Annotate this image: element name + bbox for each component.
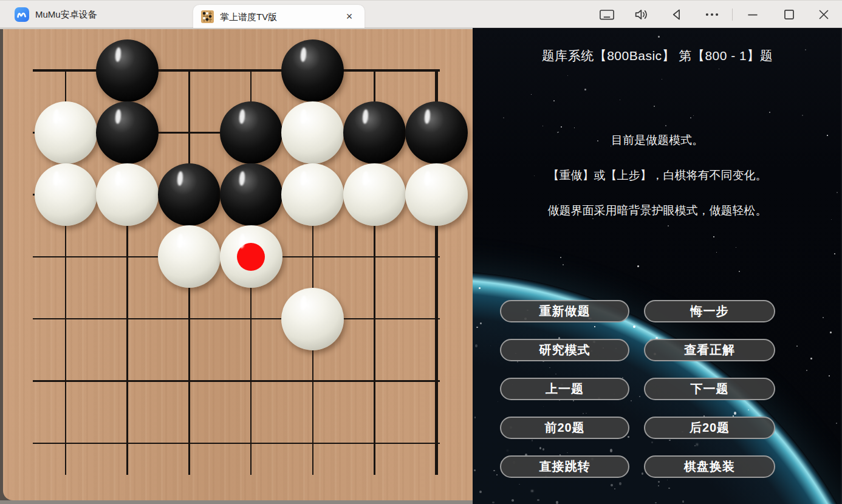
white-stone [35, 101, 97, 164]
white-stone [343, 163, 406, 226]
info-panel: 题库系统【800Basic】 第【800 - 1】题 目前是做题模式。 【重做】… [473, 28, 842, 504]
cloud-speck [614, 488, 615, 489]
cloud-speck [619, 482, 621, 485]
go-board-thumbnail-icon [201, 10, 214, 23]
cloud-speck [492, 502, 495, 503]
hint-message: 【重做】或【上步】，白棋将有不同变化。 [473, 168, 842, 183]
tab-app[interactable]: 掌上谱度TV版 × [193, 5, 365, 29]
cloud-speck [658, 481, 660, 483]
title-bar: MuMu安卓设备 掌上谱度TV版 × [0, 0, 842, 28]
prev-problem-button[interactable]: 上一题 [500, 378, 629, 400]
board-pane [0, 28, 473, 504]
back-20-button[interactable]: 前20题 [500, 417, 629, 439]
white-stone [281, 163, 344, 226]
black-stone [281, 39, 344, 102]
cloud-speck [556, 501, 558, 504]
white-stone [281, 288, 344, 350]
maximize-button[interactable] [780, 5, 798, 24]
keyboard-icon[interactable] [598, 5, 616, 24]
app-title: MuMu安卓设备 [35, 1, 97, 29]
cloud-speck [479, 287, 481, 289]
cloud-speck [531, 490, 533, 492]
cloud-speck [667, 480, 668, 480]
cloud-speck [493, 470, 495, 471]
cloud-speck [519, 484, 520, 485]
board-stones [0, 28, 473, 504]
cloud-speck [537, 499, 539, 501]
white-stone [35, 163, 97, 226]
cloud-speck [475, 344, 477, 347]
white-stone [220, 225, 282, 288]
emulator-window: MuMu安卓设备 掌上谱度TV版 × [0, 0, 842, 504]
white-stone [405, 163, 468, 226]
black-stone [158, 163, 221, 226]
cloud-speck [498, 401, 498, 402]
mode-message: 目前是做题模式。 [473, 132, 842, 148]
board-skin-button[interactable]: 棋盘换装 [644, 455, 775, 478]
black-stone [96, 39, 159, 102]
go-board[interactable] [3, 29, 473, 500]
button-grid: 重新做题 悔一步 研究模式 查看正解 上一题 下一题 前20题 后20题 直接跳… [500, 300, 775, 478]
back-icon[interactable] [668, 5, 686, 24]
research-mode-button[interactable]: 研究模式 [500, 339, 629, 361]
close-button[interactable] [815, 5, 833, 24]
cloud-speck [496, 474, 498, 475]
problem-set-title: 题库系统【800Basic】 第【800 - 1】题 [473, 47, 842, 64]
next-problem-button[interactable]: 下一题 [644, 378, 775, 400]
cloud-speck [474, 469, 476, 471]
cloud-speck [479, 491, 482, 493]
white-stone [158, 225, 221, 288]
cloud-speck [490, 346, 491, 346]
black-stone [220, 163, 282, 226]
volume-icon[interactable] [632, 5, 651, 24]
tab-title: 掌上谱度TV版 [220, 5, 277, 29]
cloud-speck [655, 502, 657, 503]
board-bottom-edge [0, 500, 473, 504]
cloud-speck [658, 485, 659, 486]
white-stone [96, 163, 159, 226]
forward-20-button[interactable]: 后20题 [644, 417, 775, 439]
more-icon[interactable] [703, 5, 721, 24]
undo-move-button[interactable]: 悔一步 [644, 300, 775, 322]
black-stone [220, 101, 282, 164]
cloud-speck [668, 488, 670, 489]
cloud-speck [682, 500, 684, 503]
restart-problem-button[interactable]: 重新做题 [500, 300, 629, 322]
last-move-marker [237, 243, 265, 271]
view-answer-button[interactable]: 查看正解 [644, 339, 775, 361]
cloud-speck [512, 499, 514, 502]
minimize-button[interactable] [744, 5, 762, 24]
black-stone [96, 101, 159, 164]
titlebar-divider [732, 9, 733, 21]
cloud-speck [611, 484, 613, 486]
board-top-highlight [0, 28, 473, 29]
white-stone [281, 101, 344, 164]
tab-close-button[interactable]: × [340, 7, 358, 26]
mumu-logo-icon [15, 7, 29, 22]
cloud-speck [474, 417, 476, 418]
cloud-speck [476, 327, 478, 328]
black-stone [343, 101, 406, 164]
cloud-speck [480, 322, 482, 324]
theme-message: 做题界面采用暗背景护眼模式，做题轻松。 [473, 203, 842, 219]
black-stone [405, 101, 468, 164]
jump-to-button[interactable]: 直接跳转 [500, 455, 629, 478]
